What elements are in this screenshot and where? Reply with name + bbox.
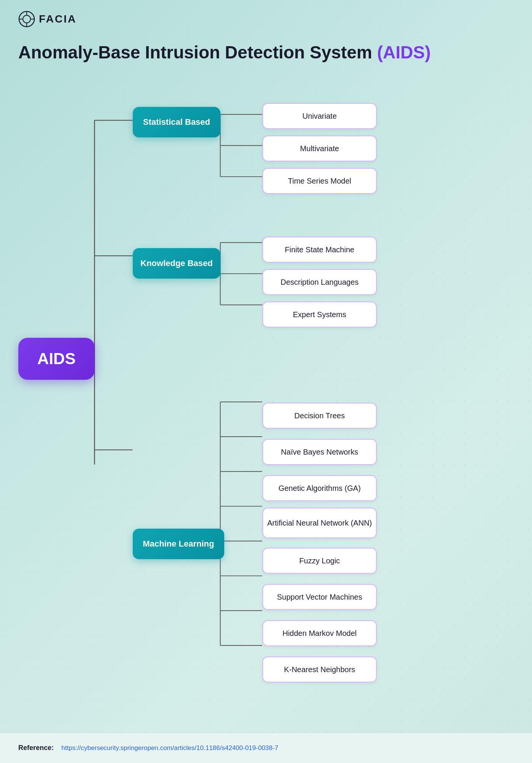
- category-node-knowledge: Knowledge Based: [133, 248, 220, 279]
- category-label-knowledge: Knowledge Based: [140, 258, 212, 268]
- diagram: AIDS Statistical Based Univariate Multiv…: [18, 76, 514, 717]
- category-label-statistical: Statistical Based: [143, 117, 210, 127]
- leaf-label-knn: K-Nearest Neighbors: [280, 663, 359, 676]
- aids-node-label: AIDS: [37, 350, 76, 368]
- leaf-label-expert-sys: Expert Systems: [289, 308, 350, 321]
- leaf-label-svm: Support Vector Machines: [273, 591, 366, 603]
- category-node-ml: Machine Learning: [133, 529, 224, 559]
- logo-area: FACIA: [18, 11, 77, 27]
- leaf-fsm: Finite State Machine: [262, 237, 377, 263]
- leaf-label-hmm: Hidden Markov Model: [279, 627, 361, 640]
- leaf-univariate: Univariate: [262, 103, 377, 129]
- leaf-knn: K-Nearest Neighbors: [262, 657, 377, 682]
- leaf-desc-lang: Description Languages: [262, 269, 377, 295]
- leaf-decision-trees: Decision Trees: [262, 403, 377, 429]
- leaf-label-multivariate: Multivariate: [296, 142, 343, 155]
- leaf-naive-bayes: Naïve Bayes Networks: [262, 439, 377, 465]
- leaf-hmm: Hidden Markov Model: [262, 620, 377, 646]
- title-highlight: (AIDS): [377, 42, 431, 62]
- aids-root-node: AIDS: [18, 338, 95, 380]
- leaf-ann: Artificial Neural Network (ANN): [262, 508, 377, 538]
- leaf-label-fsm: Finite State Machine: [281, 244, 358, 256]
- leaf-label-timeseries: Time Series Model: [284, 175, 355, 187]
- leaf-svm: Support Vector Machines: [262, 584, 377, 610]
- category-node-statistical: Statistical Based: [133, 107, 220, 137]
- leaf-label-decision-trees: Decision Trees: [291, 410, 349, 422]
- leaf-label-univariate: Univariate: [299, 110, 341, 123]
- leaf-multivariate: Multivariate: [262, 136, 377, 161]
- footer-reference-label: Reference:: [18, 744, 54, 752]
- footer: Reference: https://cybersecurity.springe…: [0, 732, 532, 763]
- facia-logo-icon: [18, 11, 35, 27]
- title-prefix: Anomaly-Base Intrusion Detection System: [18, 42, 377, 62]
- main-title: Anomaly-Base Intrusion Detection System …: [18, 42, 514, 63]
- leaf-label-fuzzy-logic: Fuzzy Logic: [296, 555, 344, 567]
- leaf-genetic-algo: Genetic Algorithms (GA): [262, 475, 377, 501]
- leaf-label-naive-bayes: Naïve Bayes Networks: [277, 446, 362, 458]
- leaf-label-genetic-algo: Genetic Algorithms (GA): [275, 482, 365, 495]
- leaf-timeseries: Time Series Model: [262, 168, 377, 194]
- leaf-label-ann: Artificial Neural Network (ANN): [264, 517, 376, 529]
- leaf-expert-sys: Expert Systems: [262, 302, 377, 327]
- leaf-fuzzy-logic: Fuzzy Logic: [262, 548, 377, 574]
- footer-url: https://cybersecurity.springeropen.com/a…: [61, 744, 278, 752]
- category-label-ml: Machine Learning: [143, 539, 214, 549]
- logo-text: FACIA: [39, 13, 77, 25]
- svg-point-1: [23, 15, 31, 23]
- page-wrapper: FACIA Anomaly-Base Intrusion Detection S…: [0, 0, 532, 763]
- leaf-label-desc-lang: Description Languages: [277, 276, 363, 289]
